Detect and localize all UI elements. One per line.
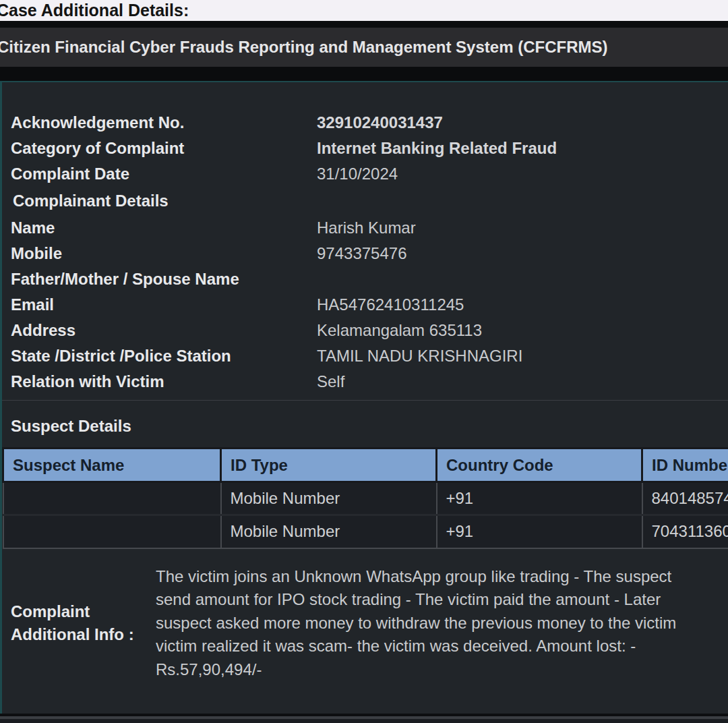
additional-info-line: suspect asked more money to withdraw the… <box>156 612 676 635</box>
cell-suspect-name <box>3 515 221 548</box>
complainant-details-heading: Complainant Details <box>2 187 728 215</box>
page-title: Case Additional Details: <box>0 0 728 20</box>
field-row-email: Email HA54762410311245 <box>2 292 728 318</box>
field-value: 32910240031437 <box>317 113 443 132</box>
field-value: HA54762410311245 <box>317 295 464 314</box>
field-row-address: Address Kelamangalam 635113 <box>2 318 728 343</box>
field-label: Name <box>2 219 317 237</box>
cell-id-number: 840148574 <box>642 482 728 515</box>
field-row-parent-spouse: Father/Mother / Spouse Name <box>2 266 728 292</box>
field-value: Self <box>317 372 344 391</box>
field-row-acknowledgement: Acknowledgement No. 32910240031437 <box>2 110 728 136</box>
additional-info-line: victim realized it was scam- the victim … <box>156 635 676 658</box>
col-header-suspect-name: Suspect Name <box>3 449 221 482</box>
field-label: Father/Mother / Spouse Name <box>2 270 317 289</box>
col-header-country-code: Country Code <box>437 449 642 482</box>
cell-id-type: Mobile Number <box>221 482 437 515</box>
system-header-bar: Citizen Financial Cyber Frauds Reporting… <box>0 28 728 67</box>
field-label: Address <box>2 321 317 340</box>
additional-info-label: Complaint Additional Info : <box>2 600 156 646</box>
table-row: Mobile Number +91 704311360 <box>3 515 728 548</box>
field-row-relation: Relation with Victim Self <box>2 369 728 395</box>
field-label: Email <box>2 295 317 314</box>
col-header-id-number: ID Number <box>642 449 728 482</box>
field-row-mobile: Mobile 9743375476 <box>2 241 728 266</box>
complaint-additional-info-section: Complaint Additional Info : The victim j… <box>2 565 728 682</box>
field-value: Harish Kumar <box>317 219 416 237</box>
bottom-bar <box>0 719 728 723</box>
field-value: 9743375476 <box>317 244 406 263</box>
additional-info-line: The victim joins an Unknown WhatsApp gro… <box>156 565 676 589</box>
field-value: Kelamangalam 635113 <box>317 321 482 340</box>
additional-info-label-line2: Additional Info : <box>11 623 156 646</box>
cell-id-number: 704311360 <box>642 515 728 548</box>
additional-info-text: The victim joins an Unknown WhatsApp gro… <box>156 565 676 682</box>
field-row-name: Name Harish Kumar <box>2 215 728 241</box>
col-header-id-type: ID Type <box>221 449 437 482</box>
table-row: Mobile Number +91 840148574 <box>3 482 728 515</box>
suspect-details-heading: Suspect Details <box>2 415 728 437</box>
field-row-category: Category of Complaint Internet Banking R… <box>2 136 728 161</box>
field-value: TAMIL NADU KRISHNAGIRI <box>317 347 522 366</box>
page-header-strip: Case Additional Details: <box>0 0 728 21</box>
field-label: State /District /Police Station <box>2 347 317 366</box>
cell-country-code: +91 <box>437 482 642 515</box>
additional-info-line: Rs.57,90,494/- <box>156 658 676 682</box>
suspect-table: Suspect Name ID Type Country Code ID Num… <box>2 447 728 549</box>
additional-info-label-line1: Complaint <box>11 600 156 623</box>
field-value: Internet Banking Related Fraud <box>317 139 557 158</box>
field-row-state-district: State /District /Police Station TAMIL NA… <box>2 343 728 369</box>
section-divider <box>2 400 728 401</box>
cell-country-code: +91 <box>437 515 642 548</box>
field-label: Category of Complaint <box>2 139 317 158</box>
field-row-complaint-date: Complaint Date 31/10/2024 <box>2 161 728 187</box>
field-label: Mobile <box>2 244 317 263</box>
cell-id-type: Mobile Number <box>221 515 437 548</box>
case-details-panel: Acknowledgement No. 32910240031437 Categ… <box>0 81 728 714</box>
field-label: Acknowledgement No. <box>2 113 317 132</box>
cell-suspect-name <box>3 482 221 515</box>
field-label: Relation with Victim <box>2 372 317 391</box>
field-label: Complaint Date <box>2 165 317 183</box>
field-value: 31/10/2024 <box>317 165 398 183</box>
suspect-table-header-row: Suspect Name ID Type Country Code ID Num… <box>3 449 728 482</box>
additional-info-line: send amount for IPO stock trading - The … <box>156 588 676 612</box>
system-header-title: Citizen Financial Cyber Frauds Reporting… <box>0 28 728 67</box>
